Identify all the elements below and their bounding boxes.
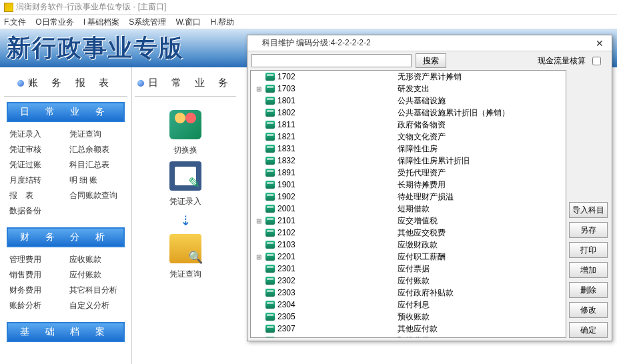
tree-row[interactable]: ⊞2101应交增值税 bbox=[251, 215, 566, 227]
subject-name: 保障性住房累计折旧 bbox=[398, 155, 470, 167]
tree-row[interactable]: 2307其他应付款 bbox=[251, 323, 566, 335]
switch-label: 切换换 bbox=[173, 145, 197, 156]
tree-row[interactable]: 1802公共基础设施累计折旧（摊销） bbox=[251, 107, 566, 119]
voucher-query-label: 凭证查询 bbox=[169, 269, 201, 280]
tree-row[interactable]: 2305预收账款 bbox=[251, 311, 566, 323]
subject-name: 其他应交税费 bbox=[398, 227, 446, 239]
subject-tree[interactable]: 1702无形资产累计摊销⊞1703研发支出1801公共基础设施1802公共基础设… bbox=[250, 70, 566, 338]
sidebar-link[interactable]: 数据备份 bbox=[9, 205, 63, 217]
cashflow-checkbox[interactable] bbox=[592, 57, 601, 65]
sidebar-link[interactable]: 其它科目分析 bbox=[69, 285, 123, 296]
tree-row[interactable]: ⊞1703研发支出 bbox=[251, 83, 566, 95]
sidebar-link[interactable]: 凭证查询 bbox=[69, 129, 123, 140]
tree-row[interactable]: 2303应付政府补贴款 bbox=[251, 287, 566, 299]
menu-item[interactable]: H.帮助 bbox=[210, 17, 234, 27]
menu-item[interactable]: S系统管理 bbox=[129, 17, 166, 27]
subject-code: 2301 bbox=[277, 264, 398, 273]
dialog-toolbar: 搜索 现金流量核算 bbox=[247, 51, 612, 70]
subject-code: 2102 bbox=[277, 228, 398, 237]
expander-icon[interactable]: ⊞ bbox=[255, 253, 263, 261]
subject-icon bbox=[265, 169, 275, 177]
sidebar-link[interactable]: 凭证过账 bbox=[9, 159, 63, 171]
tree-row[interactable]: 2301应付票据 bbox=[251, 263, 566, 275]
dialog-action-button[interactable]: 增加 bbox=[569, 262, 608, 278]
voucher-entry-icon[interactable] bbox=[169, 161, 201, 191]
sidebar-link[interactable]: 科目汇总表 bbox=[69, 159, 123, 171]
subject-code: 2103 bbox=[277, 240, 398, 249]
subject-code: 1821 bbox=[277, 132, 398, 141]
tree-row[interactable]: 1702无形资产累计摊销 bbox=[251, 71, 566, 83]
section-analysis[interactable]: 财 务 分 析 bbox=[7, 227, 125, 247]
subject-icon bbox=[265, 205, 275, 213]
voucher-query-icon[interactable] bbox=[169, 234, 201, 263]
tree-row[interactable]: ⊞2201应付职工薪酬 bbox=[251, 251, 566, 263]
tree-row[interactable]: 1831保障性住房 bbox=[251, 143, 566, 155]
tree-row[interactable]: 1832保障性住房累计折旧 bbox=[251, 155, 566, 167]
tree-row[interactable]: 2102其他应交税费 bbox=[251, 227, 566, 239]
sidebar-link[interactable]: 应付账款 bbox=[69, 269, 123, 281]
close-icon[interactable]: ✕ bbox=[592, 38, 608, 49]
tree-row[interactable]: 1902待处理财产损溢 bbox=[251, 191, 566, 203]
dialog-action-button[interactable]: 另存 bbox=[569, 222, 608, 238]
sidebar-link[interactable]: 月度结转 bbox=[9, 175, 63, 186]
subject-code: 1902 bbox=[277, 192, 398, 201]
subject-name: 预收账款 bbox=[398, 311, 430, 323]
subject-code: 1702 bbox=[277, 72, 398, 81]
tree-row[interactable]: 1901长期待摊费用 bbox=[251, 179, 566, 191]
sidebar-link[interactable]: 管理费用 bbox=[9, 254, 63, 265]
tree-row[interactable]: 1801公共基础设施 bbox=[251, 95, 566, 107]
menu-item[interactable]: O日常业务 bbox=[35, 17, 73, 27]
subject-icon bbox=[265, 265, 275, 273]
subject-icon bbox=[265, 241, 275, 249]
switch-icon[interactable] bbox=[169, 110, 201, 139]
dialog-action-button[interactable]: 导入科目 bbox=[569, 202, 608, 218]
subject-icon bbox=[265, 277, 275, 285]
sidebar-link[interactable]: 明 细 账 bbox=[69, 175, 123, 186]
subject-code: 2302 bbox=[277, 276, 398, 285]
expander-icon[interactable]: ⊞ bbox=[255, 217, 263, 225]
dialog-action-button[interactable]: 确定 bbox=[569, 322, 608, 338]
sidebar-link[interactable]: 销售费用 bbox=[9, 269, 63, 281]
titlebar: 润衡财务软件-行政事业单位专版 - [主窗口] bbox=[0, 0, 617, 15]
dialog-action-button[interactable]: 修改 bbox=[569, 302, 608, 318]
expander-icon[interactable]: ⊞ bbox=[255, 85, 263, 93]
tree-row[interactable]: 1821文物文化资产 bbox=[251, 131, 566, 143]
sidebar-link[interactable]: 凭证审核 bbox=[9, 144, 63, 155]
search-button[interactable]: 搜索 bbox=[416, 53, 446, 68]
menu-item[interactable]: F.文件 bbox=[4, 17, 26, 27]
sidebar-link[interactable]: 账龄分析 bbox=[9, 300, 63, 311]
menu-item[interactable]: I 基础档案 bbox=[83, 17, 120, 27]
sidebar-link[interactable]: 自定义分析 bbox=[69, 300, 123, 311]
dialog-buttons: 导入科目另存打印增加删除修改确定 bbox=[569, 70, 612, 341]
sidebar-link[interactable]: 合同账款查询 bbox=[69, 190, 123, 201]
sidebar-link[interactable]: 财务费用 bbox=[9, 285, 63, 296]
section-archive[interactable]: 基 础 档 案 bbox=[7, 322, 125, 342]
panel-header-daily: 日 常 业 务 bbox=[135, 73, 236, 97]
sidebar-link[interactable]: 汇总余额表 bbox=[69, 144, 123, 155]
tree-row[interactable]: 1891受托代理资产 bbox=[251, 167, 566, 179]
sidebar-link[interactable]: 报 表 bbox=[9, 190, 63, 201]
tree-row[interactable]: 2302应付账款 bbox=[251, 275, 566, 287]
sidebar-link[interactable]: 应收账款 bbox=[69, 254, 123, 265]
subject-name: 文物文化资产 bbox=[398, 131, 446, 143]
menu-item[interactable]: W.窗口 bbox=[175, 17, 201, 27]
dot-icon bbox=[17, 80, 24, 87]
main-column: 日 常 业 务 切换换 凭证录入 ⇣ 凭证查询 bbox=[132, 67, 239, 364]
tree-row[interactable]: 2001短期借款 bbox=[251, 203, 566, 215]
sidebar-link[interactable]: 凭证录入 bbox=[9, 129, 63, 140]
tree-row[interactable]: 2401预提费用 bbox=[251, 335, 566, 338]
voucher-entry-label: 凭证录入 bbox=[169, 196, 201, 207]
tree-row[interactable]: 2103应缴财政款 bbox=[251, 239, 566, 251]
subject-name: 公共基础设施 bbox=[398, 95, 446, 107]
cashflow-label: 现金流量核算 bbox=[538, 55, 586, 67]
subject-icon bbox=[265, 85, 275, 93]
subject-name: 其他应付款 bbox=[398, 323, 438, 335]
dialog-action-button[interactable]: 删除 bbox=[569, 282, 608, 298]
dialog-action-button[interactable]: 打印 bbox=[569, 242, 608, 258]
subject-name: 应付职工薪酬 bbox=[398, 251, 446, 263]
subject-code: 1891 bbox=[277, 168, 398, 177]
section-daily[interactable]: 日 常 业 务 bbox=[7, 102, 125, 122]
tree-row[interactable]: 1811政府储备物资 bbox=[251, 119, 566, 131]
tree-row[interactable]: 2304应付利息 bbox=[251, 299, 566, 311]
search-input[interactable] bbox=[251, 54, 412, 67]
